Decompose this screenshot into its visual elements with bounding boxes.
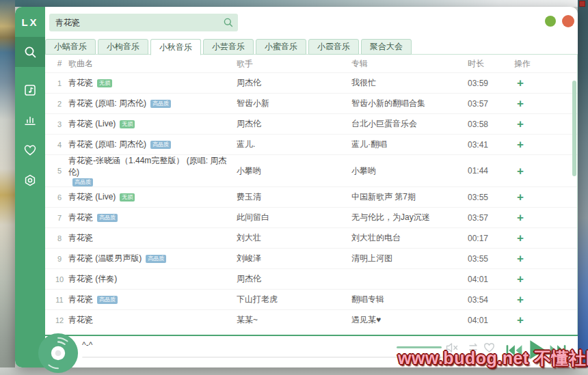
tab-小芸音乐[interactable]: 小芸音乐 <box>203 39 254 55</box>
song-album: 无与伦比，为Jay沉迷 <box>351 212 468 223</box>
song-duration: 03:58 <box>468 120 511 129</box>
add-song-button[interactable]: + <box>511 138 524 151</box>
column-header: 操作 <box>511 58 539 70</box>
quality-badge: 高品质 <box>72 178 93 186</box>
song-row[interactable]: 2青花瓷 (原唱: 周杰伦)高品质智齿小新智齿小新的翻唱合集03:57+ <box>45 93 577 113</box>
add-song-button[interactable]: + <box>511 211 524 224</box>
column-header: 专辑 <box>351 58 468 70</box>
quality-badge: 无损 <box>97 79 112 87</box>
song-title: 青花瓷 <box>68 232 93 244</box>
song-name-cell: 青花瓷高品质 <box>68 294 237 305</box>
song-album: 翻唱专辑 <box>351 294 468 305</box>
song-row[interactable]: 6青花瓷 (Live)无损费玉清中国新歌声 第7期03:55+ <box>45 186 577 207</box>
add-song-button[interactable]: + <box>511 191 524 204</box>
tab-小枸音乐[interactable]: 小枸音乐 <box>98 39 148 55</box>
close-button[interactable] <box>562 15 574 27</box>
song-action-cell: + <box>511 118 539 130</box>
song-artist: 此间留白 <box>237 212 351 223</box>
desktop-right-strip <box>578 0 588 375</box>
song-duration: 01:44 <box>468 166 511 176</box>
song-duration: 03:55 <box>468 254 511 264</box>
song-title: 青花瓷 <box>68 212 93 223</box>
add-song-button[interactable]: + <box>511 77 524 89</box>
song-action-cell: + <box>511 139 539 150</box>
song-row[interactable]: 10青花瓷 (伴奏)周杰伦04:01+ <box>45 268 577 289</box>
add-song-button[interactable]: + <box>511 252 524 265</box>
minimize-button[interactable] <box>545 16 556 27</box>
tab-小蜗音乐[interactable]: 小蜗音乐 <box>45 39 96 55</box>
song-artist: 小攀哟 <box>237 165 351 177</box>
quality-badge: 高品质 <box>97 214 118 222</box>
song-row[interactable]: 9青花瓷 (温暖男声版)高品质刘峻泽清明上河图03:55+ <box>45 248 577 268</box>
tab-小霞音乐[interactable]: 小霞音乐 <box>308 39 359 55</box>
album-disc-icon[interactable] <box>37 332 79 374</box>
song-artist: 费玉清 <box>237 191 351 203</box>
song-index: 9 <box>51 255 68 263</box>
add-song-button[interactable]: + <box>511 273 524 286</box>
quality-badge: 高品质 <box>150 100 171 108</box>
song-name-cell: 青花瓷高品质 <box>68 212 237 223</box>
song-name-cell: 青花瓷 (Live)无损 <box>68 191 237 203</box>
song-row[interactable]: 1青花瓷无损周杰伦我很忙03:59+ <box>45 72 577 93</box>
song-duration: 03:55 <box>468 193 511 202</box>
tab-小秋音乐[interactable]: 小秋音乐 <box>150 39 201 55</box>
song-duration: 03:57 <box>468 213 511 223</box>
add-song-button[interactable]: + <box>511 165 524 178</box>
quality-badge: 高品质 <box>97 296 118 304</box>
song-row[interactable]: 11青花瓷高品质下山打老虎翻唱专辑03:54+ <box>45 289 577 309</box>
search-icon[interactable] <box>223 17 234 31</box>
song-index: 11 <box>51 296 68 304</box>
song-name-cell: 青花瓷 <box>68 314 237 326</box>
tab-小蜜音乐[interactable]: 小蜜音乐 <box>256 39 306 55</box>
song-album: 清明上河图 <box>351 253 468 264</box>
add-song-button[interactable]: + <box>511 293 524 306</box>
song-artist: 智齿小新 <box>237 98 351 109</box>
song-album: 刘大壮的电台 <box>351 232 468 244</box>
song-album: 中国新歌声 第7期 <box>351 191 468 203</box>
song-row[interactable]: 8青花瓷刘大壮刘大壮的电台00:17+ <box>45 227 577 248</box>
song-duration: 03:59 <box>468 79 511 88</box>
song-name-cell: 青花瓷 (温暖男声版)高品质 <box>68 253 237 264</box>
song-title: 青花瓷 (原唱: 周杰伦) <box>68 98 146 109</box>
sidebar-item-favorites[interactable] <box>15 135 45 165</box>
song-title: 青花瓷 <box>68 77 93 89</box>
song-name-cell: 青花瓷 (Live)无损 <box>68 118 237 130</box>
song-index: 12 <box>51 316 68 324</box>
song-row[interactable]: 3青花瓷 (Live)无损周杰伦台北小巨蛋音乐会03:58+ <box>45 113 577 134</box>
song-action-cell: + <box>511 232 539 244</box>
song-album: 遇见某♥ <box>351 314 468 326</box>
sidebar-item-ranking[interactable] <box>15 105 45 135</box>
progress-bar[interactable] <box>82 357 444 358</box>
tab-聚合大会[interactable]: 聚合大会 <box>361 39 412 55</box>
song-row[interactable]: 5青花瓷-张晓涵（1.44m完整版） (原唱: 周杰伦)高品质小攀哟小攀哟01:… <box>45 154 577 186</box>
song-duration: 00:17 <box>468 234 511 243</box>
song-row[interactable]: 7青花瓷高品质此间留白无与伦比，为Jay沉迷03:57+ <box>45 207 577 227</box>
song-artist: 周杰伦 <box>237 118 351 130</box>
song-action-cell: + <box>511 253 539 264</box>
column-header: 歌曲名 <box>68 58 237 70</box>
sidebar-item-music-list[interactable] <box>15 75 45 105</box>
scrollbar-thumb[interactable] <box>572 81 576 176</box>
song-album: 智齿小新的翻唱合集 <box>351 98 468 109</box>
heart-icon <box>23 143 37 157</box>
add-song-button[interactable]: + <box>511 117 524 130</box>
music-list-icon <box>23 83 37 97</box>
song-title: 青花瓷 (温暖男声版) <box>68 253 142 264</box>
sidebar-item-settings[interactable] <box>15 165 45 195</box>
add-song-button[interactable]: + <box>511 97 524 110</box>
header-bar <box>45 7 578 38</box>
add-song-button[interactable]: + <box>511 314 524 327</box>
song-title: 青花瓷 (原唱: 周杰伦) <box>68 139 146 150</box>
app-logo: LX <box>15 7 45 37</box>
song-row[interactable]: 12青花瓷某某~遇见某♥04:01+ <box>45 309 577 330</box>
song-duration: 04:01 <box>468 316 511 325</box>
song-row[interactable]: 4青花瓷 (原唱: 周杰伦)高品质蓝儿.蓝儿·翻唱03:41+ <box>45 134 577 154</box>
watermark-text: www.budog.net 不懂社区 <box>398 347 588 370</box>
song-artist: 刘峻泽 <box>237 253 351 264</box>
add-song-button[interactable]: + <box>511 232 524 245</box>
song-album: 小攀哟 <box>351 165 468 177</box>
table-header-row: #歌曲名歌手专辑时长操作 <box>45 55 577 72</box>
search-input[interactable] <box>49 14 238 31</box>
sidebar-item-search[interactable] <box>15 37 45 67</box>
song-title: 青花瓷-张晓涵（1.44m完整版） (原唱: 周杰伦) <box>68 155 230 178</box>
